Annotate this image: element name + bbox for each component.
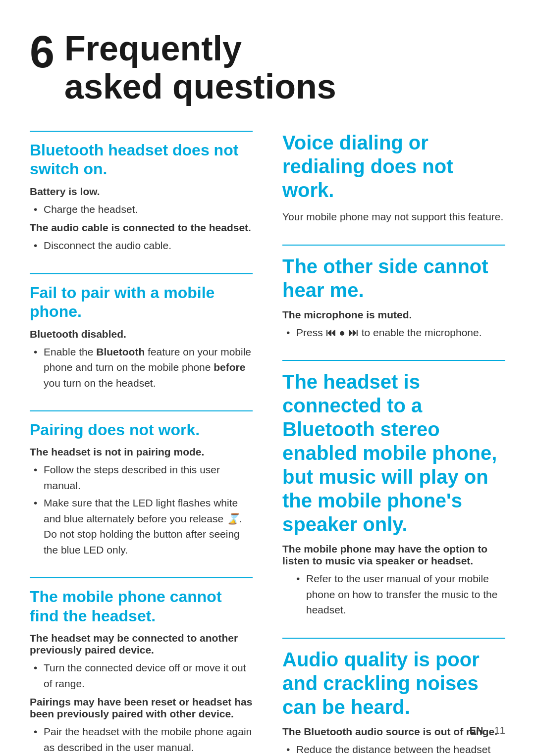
section-headset-connected-title: The headset is connected to a Bluetooth …: [282, 370, 505, 536]
audio-cable-heading: The audio cable is connected to the head…: [30, 222, 253, 234]
list-item: Make sure that the LED light flashes whi…: [30, 495, 253, 557]
section-divider: [30, 410, 253, 411]
other-side-list: Press ⏮ ● ⏭ to enable the microphone.: [282, 325, 505, 341]
left-column: Bluetooth headset does not switch on. Ba…: [30, 131, 253, 756]
section-divider: [30, 577, 253, 578]
section-other-side-title: The other side cannot hear me.: [282, 254, 505, 302]
mobile-find-list1: Turn the connected device off or move it…: [30, 660, 253, 691]
audio-cable-list: Disconnect the audio cable.: [30, 238, 253, 253]
bluetooth-disabled-heading: Bluetooth disabled.: [30, 328, 253, 340]
right-column: Voice dialing or redialing does not work…: [282, 131, 505, 756]
headset-connected-list: Refer to the user manual of your mobile …: [282, 571, 505, 618]
audio-quality-list: Reduce the distance between the headset …: [282, 742, 505, 756]
chapter-title: Frequently asked questions: [64, 30, 336, 106]
listen-music-heading: The mobile phone may have the option to …: [282, 543, 505, 567]
pairings-reset-heading: Pairings may have been reset or headset …: [30, 696, 253, 720]
voice-dial-body: Your mobile phone may not support this f…: [282, 209, 505, 225]
section-headset-connected: The headset is connected to a Bluetooth …: [282, 360, 505, 618]
list-item: Refer to the user manual of your mobile …: [282, 571, 505, 618]
mic-muted-heading: The microphone is muted.: [282, 309, 505, 321]
battery-low-heading: Battery is low.: [30, 186, 253, 198]
not-pairing-mode-heading: The headset is not in pairing mode.: [30, 446, 253, 458]
section-voice-dial: Voice dialing or redialing does not work…: [282, 131, 505, 225]
section-audio-quality-title: Audio quality is poor and crackling nois…: [282, 648, 505, 719]
section-other-side: The other side cannot hear me. The micro…: [282, 245, 505, 341]
battery-list: Charge the headset.: [30, 202, 253, 217]
section-pairing: Pairing does not work. The headset is no…: [30, 410, 253, 557]
bluetooth-disabled-list: Enable the Bluetooth feature on your mob…: [30, 344, 253, 391]
section-mobile-find-title: The mobile phone cannot find the headset…: [30, 587, 253, 625]
pairing-list: Follow the steps described in this user …: [30, 462, 253, 557]
list-item: Pair the headset with the mobile phone a…: [30, 724, 253, 755]
section-divider: [30, 131, 253, 132]
list-item: Enable the Bluetooth feature on your mob…: [30, 344, 253, 391]
list-item: Turn the connected device off or move it…: [30, 660, 253, 691]
mobile-find-list2: Pair the headset with the mobile phone a…: [30, 724, 253, 755]
footer-page-number: 11: [494, 725, 505, 736]
section-bluetooth-headset-title: Bluetooth headset does not switch on.: [30, 141, 253, 179]
chapter-number: 6: [30, 30, 54, 74]
section-voice-dial-title: Voice dialing or redialing does not work…: [282, 131, 505, 202]
section-mobile-find: The mobile phone cannot find the headset…: [30, 577, 253, 755]
section-audio-quality: Audio quality is poor and crackling nois…: [282, 638, 505, 756]
list-item: Disconnect the audio cable.: [30, 238, 253, 253]
section-pairing-title: Pairing does not work.: [30, 420, 253, 439]
headset-another-device-heading: The headset may be connected to another …: [30, 632, 253, 656]
list-item: Follow the steps described in this user …: [30, 462, 253, 493]
section-divider: [282, 245, 505, 246]
list-item: Charge the headset.: [30, 202, 253, 217]
chapter-header: 6 Frequently asked questions: [30, 30, 505, 106]
section-divider: [282, 638, 505, 639]
footer-lang: EN: [470, 725, 483, 736]
section-divider: [282, 360, 505, 361]
list-item: Reduce the distance between the headset …: [282, 742, 505, 756]
page-footer: EN 11: [470, 725, 505, 736]
section-divider: [30, 273, 253, 274]
main-content: Bluetooth headset does not switch on. Ba…: [30, 131, 505, 756]
section-bluetooth-headset: Bluetooth headset does not switch on. Ba…: [30, 131, 253, 253]
section-fail-pair-title: Fail to pair with a mobile phone.: [30, 283, 253, 321]
section-fail-pair: Fail to pair with a mobile phone. Blueto…: [30, 273, 253, 391]
list-item: Press ⏮ ● ⏭ to enable the microphone.: [282, 325, 505, 341]
